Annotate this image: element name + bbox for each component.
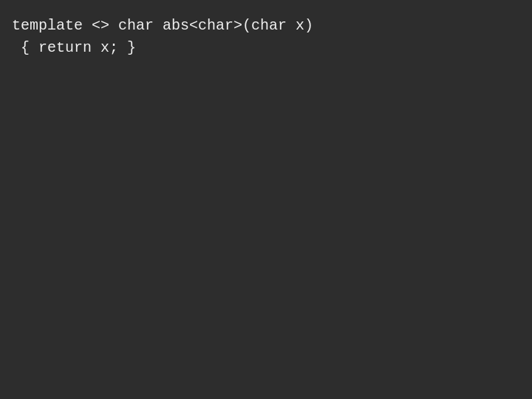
code-line-1: template <> char abs<char>(char x) [12, 15, 520, 37]
code-line-2: { return x; } [12, 37, 520, 59]
code-editor: template <> char abs<char>(char x) { ret… [0, 0, 532, 74]
